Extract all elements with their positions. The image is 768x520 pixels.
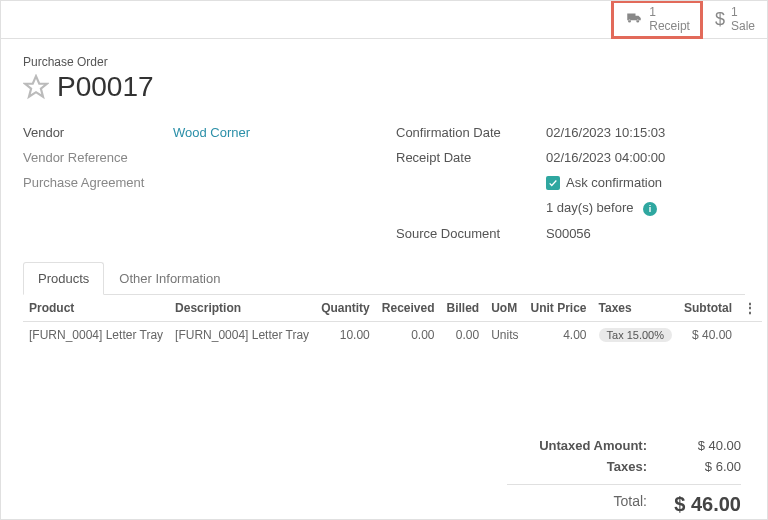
dollar-icon: $ [715, 9, 725, 30]
taxes-label: Taxes: [507, 459, 647, 474]
receipt-stat-button[interactable]: 1 Receipt [612, 1, 702, 38]
totals-block: Untaxed Amount: $ 40.00 Taxes: $ 6.00 To… [23, 438, 745, 516]
vendor-label: Vendor [23, 125, 173, 140]
col-uom: UoM [485, 295, 524, 322]
svg-marker-0 [25, 76, 47, 97]
subtitle: Purchase Order [23, 55, 745, 69]
col-product: Product [23, 295, 169, 322]
confirmation-date-value: 02/16/2023 10:15:03 [546, 125, 745, 140]
products-table: Product Description Quantity Received Bi… [23, 295, 762, 348]
cell-description: [FURN_0004] Letter Tray [169, 322, 315, 349]
ask-confirmation-checkbox[interactable] [546, 176, 560, 190]
receipt-date-label: Receipt Date [396, 150, 546, 165]
cell-quantity: 10.00 [315, 322, 376, 349]
right-fields: Confirmation Date 02/16/2023 10:15:03 Re… [396, 125, 745, 251]
tab-strip: Products Other Information [23, 261, 745, 295]
untaxed-label: Untaxed Amount: [507, 438, 647, 453]
col-taxes: Taxes [593, 295, 678, 322]
col-billed: Billed [441, 295, 486, 322]
vendor-ref-value [173, 150, 372, 165]
vendor-link[interactable]: Wood Corner [173, 125, 372, 140]
cell-taxes: Tax 15.00% [593, 322, 678, 349]
cell-subtotal: $ 40.00 [678, 322, 738, 349]
left-fields: Vendor Wood Corner Vendor Reference Purc… [23, 125, 372, 251]
days-before-text: day(s) before [557, 200, 634, 215]
total-label: Total: [507, 493, 647, 516]
receipt-label: Receipt [649, 20, 690, 33]
po-number: P00017 [57, 71, 154, 103]
cell-uom: Units [485, 322, 524, 349]
days-before-count: 1 [546, 200, 553, 215]
col-received: Received [376, 295, 441, 322]
info-icon[interactable]: i [643, 202, 657, 216]
sale-count: 1 [731, 6, 755, 19]
truck-icon [625, 9, 643, 30]
cell-billed: 0.00 [441, 322, 486, 349]
purchase-order-form: 1 Receipt $ 1 Sale Purchase Order P00017… [0, 0, 768, 520]
column-options-icon[interactable]: ⋮ [738, 295, 762, 322]
taxes-value: $ 6.00 [671, 459, 741, 474]
cell-product: [FURN_0004] Letter Tray [23, 322, 169, 349]
col-subtotal: Subtotal [678, 295, 738, 322]
cell-received: 0.00 [376, 322, 441, 349]
untaxed-value: $ 40.00 [671, 438, 741, 453]
vendor-ref-label: Vendor Reference [23, 150, 173, 165]
sale-label: Sale [731, 20, 755, 33]
source-document-value: S00056 [546, 226, 745, 241]
col-quantity: Quantity [315, 295, 376, 322]
col-description: Description [169, 295, 315, 322]
confirmation-date-label: Confirmation Date [396, 125, 546, 140]
receipt-date-value: 02/16/2023 04:00:00 [546, 150, 745, 165]
receipt-count: 1 [649, 6, 690, 19]
tab-other-information[interactable]: Other Information [104, 262, 235, 295]
source-document-label: Source Document [396, 226, 546, 241]
total-value: $ 46.00 [671, 493, 741, 516]
stat-button-row: 1 Receipt $ 1 Sale [1, 1, 767, 39]
tax-pill: Tax 15.00% [599, 328, 672, 342]
purchase-agreement-value [173, 175, 372, 190]
sale-stat-button[interactable]: $ 1 Sale [702, 1, 767, 38]
tab-products[interactable]: Products [23, 262, 104, 295]
favorite-star-icon[interactable] [23, 74, 49, 100]
col-unit-price: Unit Price [525, 295, 593, 322]
table-row[interactable]: [FURN_0004] Letter Tray [FURN_0004] Lett… [23, 322, 762, 349]
purchase-agreement-label: Purchase Agreement [23, 175, 173, 190]
ask-confirmation-label: Ask confirmation [566, 175, 662, 190]
cell-unit-price: 4.00 [525, 322, 593, 349]
